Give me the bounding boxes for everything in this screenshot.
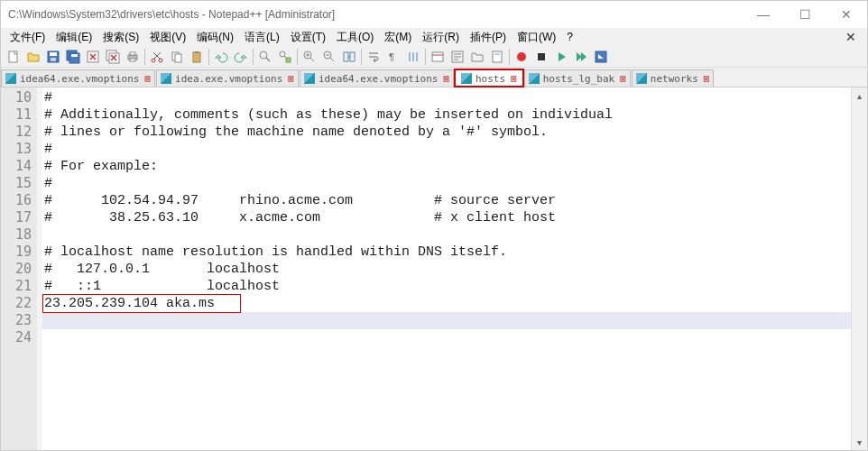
- line-number: 14: [1, 158, 32, 175]
- doc-map-button[interactable]: [487, 47, 507, 67]
- cut-button[interactable]: [147, 47, 167, 67]
- menu-item[interactable]: 搜索(S): [97, 30, 144, 45]
- maximize-button[interactable]: ☐: [784, 1, 826, 28]
- line-number-gutter: 101112131415161718192021222324: [1, 87, 37, 450]
- paste-button[interactable]: [187, 47, 207, 67]
- stop-macro-button[interactable]: [531, 47, 551, 67]
- line-number: 18: [1, 226, 32, 244]
- menu-item[interactable]: 插件(P): [465, 30, 512, 45]
- play-multi-button[interactable]: [571, 47, 591, 67]
- file-icon: [461, 73, 472, 84]
- save-macro-button[interactable]: [591, 47, 611, 67]
- scroll-up-icon[interactable]: ▴: [852, 87, 867, 104]
- svg-text:¶: ¶: [389, 51, 394, 62]
- code-line[interactable]: # 38.25.63.10 x.acme.com # x client host: [42, 209, 851, 226]
- tab-close-icon[interactable]: ⊠: [620, 73, 626, 85]
- close-button[interactable]: ✕: [826, 1, 867, 28]
- menu-item[interactable]: 运行(R): [417, 30, 465, 45]
- vertical-scrollbar[interactable]: ▴ ▾: [851, 87, 867, 450]
- file-tab[interactable]: hosts_lg_bak⊠: [524, 69, 631, 87]
- menubar-close-icon[interactable]: ✕: [845, 30, 856, 44]
- code-line[interactable]: # lines or following the machine name de…: [42, 124, 851, 141]
- tab-close-icon[interactable]: ⊠: [443, 73, 449, 85]
- svg-rect-30: [494, 53, 500, 55]
- code-line[interactable]: #: [42, 89, 851, 106]
- zoom-out-button[interactable]: [319, 47, 339, 67]
- code-line[interactable]: #: [42, 175, 851, 192]
- menu-item[interactable]: 编辑(E): [51, 30, 97, 45]
- code-area[interactable]: ## Additionally, comments (such as these…: [42, 87, 851, 450]
- line-number: 19: [1, 244, 32, 261]
- app-window: C:\Windows\System32\drivers\etc\hosts - …: [0, 0, 868, 451]
- copy-button[interactable]: [167, 47, 187, 67]
- code-line[interactable]: 23.205.239.104 aka.ms: [42, 295, 851, 312]
- menu-item[interactable]: 文件(F): [5, 30, 51, 45]
- menu-item[interactable]: 视图(V): [144, 30, 191, 45]
- close-file-button[interactable]: [83, 47, 103, 67]
- code-line[interactable]: [42, 312, 851, 329]
- minimize-button[interactable]: —: [743, 1, 784, 28]
- file-tab[interactable]: hosts⊠: [455, 69, 523, 87]
- replace-button[interactable]: [275, 47, 295, 67]
- tab-close-icon[interactable]: ⊠: [511, 73, 517, 85]
- toolbar-separator: [509, 49, 510, 65]
- close-all-button[interactable]: [103, 47, 123, 67]
- line-number: 11: [1, 106, 32, 124]
- function-list-button[interactable]: [448, 47, 467, 67]
- tab-label: idea64.exe.vmoptions: [20, 73, 139, 85]
- menu-item[interactable]: 窗口(W): [512, 30, 561, 45]
- tab-close-icon[interactable]: ⊠: [288, 73, 294, 85]
- show-all-chars-button[interactable]: ¶: [383, 47, 403, 67]
- svg-rect-17: [193, 52, 200, 62]
- open-file-button[interactable]: [23, 47, 43, 67]
- code-line[interactable]: [42, 329, 851, 346]
- code-line[interactable]: # localhost name resolution is handled w…: [42, 244, 851, 261]
- menu-item[interactable]: 宏(M): [379, 30, 417, 45]
- file-tab[interactable]: idea64.exe.vmoptions⊠: [1, 69, 155, 87]
- menu-item[interactable]: 语言(L): [239, 30, 285, 45]
- save-button[interactable]: [43, 47, 63, 67]
- zoom-in-button[interactable]: [300, 47, 319, 67]
- svg-point-31: [517, 52, 526, 61]
- code-line[interactable]: # For example:: [42, 158, 851, 175]
- menu-item[interactable]: 工具(O): [331, 30, 379, 45]
- code-line[interactable]: # 102.54.94.97 rhino.acme.com # source s…: [42, 192, 851, 209]
- file-tab[interactable]: networks⊠: [632, 69, 715, 87]
- svg-rect-32: [538, 53, 545, 60]
- svg-rect-29: [493, 51, 502, 62]
- code-line[interactable]: # 127.0.0.1 localhost: [42, 261, 851, 278]
- menu-item[interactable]: 编码(N): [191, 30, 239, 45]
- print-button[interactable]: [123, 47, 143, 67]
- titlebar: C:\Windows\System32\drivers\etc\hosts - …: [1, 1, 867, 28]
- file-tab[interactable]: idea64.exe.vmoptions⊠: [300, 69, 454, 87]
- play-macro-button[interactable]: [551, 47, 571, 67]
- folder-view-button[interactable]: [467, 47, 487, 67]
- line-number: 13: [1, 141, 32, 158]
- code-line[interactable]: # ::1 localhost: [42, 278, 851, 295]
- line-number: 12: [1, 124, 32, 141]
- language-button[interactable]: [428, 47, 448, 67]
- code-line[interactable]: [42, 226, 851, 244]
- tab-close-icon[interactable]: ⊠: [704, 73, 710, 85]
- redo-button[interactable]: [231, 47, 251, 67]
- menu-item[interactable]: ?: [561, 31, 578, 43]
- svg-rect-21: [286, 58, 291, 62]
- sync-scroll-button[interactable]: [339, 47, 359, 67]
- code-line[interactable]: # Additionally, comments (such as these)…: [42, 106, 851, 124]
- scroll-down-icon[interactable]: ▾: [852, 434, 867, 450]
- code-line[interactable]: #: [42, 141, 851, 158]
- undo-button[interactable]: [211, 47, 231, 67]
- save-all-button[interactable]: [63, 47, 83, 67]
- editor-pane: 101112131415161718192021222324 ## Additi…: [1, 87, 867, 450]
- find-button[interactable]: [255, 47, 275, 67]
- line-number: 20: [1, 261, 32, 278]
- record-macro-button[interactable]: [512, 47, 531, 67]
- word-wrap-button[interactable]: [364, 47, 383, 67]
- toolbar-separator: [144, 49, 145, 65]
- new-file-button[interactable]: [4, 47, 23, 67]
- line-number: 16: [1, 192, 32, 209]
- menu-item[interactable]: 设置(T): [285, 30, 331, 45]
- file-tab[interactable]: idea.exe.vmoptions⊠: [156, 69, 299, 87]
- indent-guide-button[interactable]: [403, 47, 423, 67]
- tab-close-icon[interactable]: ⊠: [144, 73, 151, 85]
